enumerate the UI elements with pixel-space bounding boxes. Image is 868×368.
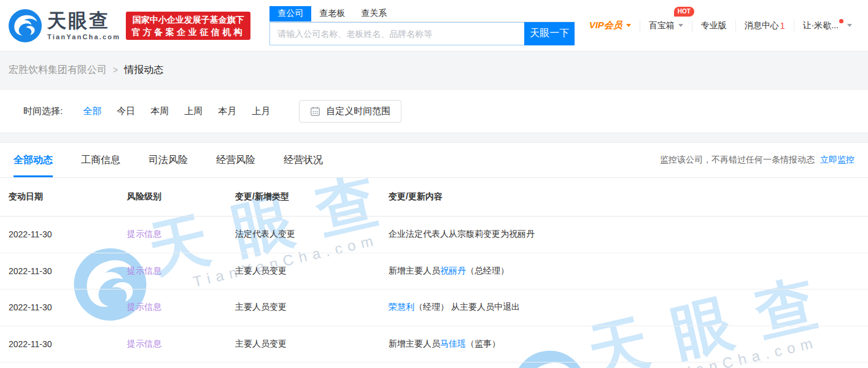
chevron-down-icon [678, 24, 683, 27]
breadcrumb-current: 情报动态 [124, 64, 163, 77]
time-option-all[interactable]: 全部 [83, 105, 101, 117]
search-row: 天眼一下 [269, 22, 575, 45]
monitor-now-link[interactable]: 立即监控 [820, 155, 854, 166]
header-risk-level: 风险级别 [127, 191, 235, 202]
message-center-label: 消息中心 [745, 20, 779, 31]
cell-change-content: 企业法定代表人从宗馥莉变更为祝丽丹 [389, 229, 868, 240]
header-change-content: 变更/更新内容 [389, 191, 868, 202]
monitor-text: 监控该公司，不再错过任何一条情报动态 [660, 155, 815, 166]
custom-time-range-button[interactable]: 自定义时间范围 [299, 100, 401, 123]
pro-version-label: 专业版 [701, 20, 727, 31]
content-text-pre: 企业法定代表人从宗馥莉变更为祝丽丹 [389, 229, 535, 239]
search-tabs: 查公司 查老板 查关系 [269, 6, 575, 22]
person-link[interactable]: 马佳瑶 [440, 339, 466, 348]
tab-operation-status[interactable]: 经营状况 [284, 143, 323, 177]
username: 让·米歇... [803, 20, 839, 31]
logo-domain: TianYanCha.com [47, 33, 120, 40]
search-button[interactable]: 天眼一下 [524, 22, 575, 45]
cell-change-type: 主要人员变更 [235, 339, 389, 350]
chevron-down-icon [847, 24, 852, 27]
table-row: 2022-11-30 提示信息 法定代表人变更 企业法定代表人从宗馥莉变更为祝丽… [0, 217, 868, 253]
notification-dot [839, 19, 843, 23]
section-tabs: 全部动态 工商信息 司法风险 经营风险 经营状况 监控该公司，不再错过任何一条情… [0, 143, 868, 178]
table-row: 2022-11-30 提示信息 主要人员变更 荣慧利（经理） 从主要人员中退出 [0, 289, 868, 326]
pro-version-link[interactable]: 专业版 [692, 20, 735, 32]
time-filter-label: 时间选择: [23, 105, 63, 117]
certification-badge-line1: 国家中小企业发展子基金旗下 [131, 13, 245, 26]
cell-risk-level: 提示信息 [127, 266, 235, 277]
cell-change-type: 法定代表人变更 [235, 229, 389, 240]
updates-table: 变动日期 风险级别 变更/新增类型 变更/更新内容 2022-11-30 提示信… [0, 178, 868, 362]
search-tab-company[interactable]: 查公司 [269, 6, 311, 21]
search-tab-relation[interactable]: 查关系 [353, 6, 395, 21]
message-center-link[interactable]: 消息中心 1 [735, 20, 794, 32]
time-option-today[interactable]: 今日 [117, 105, 135, 117]
person-link[interactable]: 荣慧利 [389, 302, 414, 312]
cell-risk-level: 提示信息 [127, 302, 235, 313]
table-row: 2022-11-30 提示信息 主要人员变更 新增主要人员祝丽丹（总经理） [0, 253, 868, 290]
tianyancha-logo-icon [9, 9, 42, 42]
cell-change-type: 主要人员变更 [235, 266, 389, 277]
breadcrumb-company-link[interactable]: 宏胜饮料集团有限公司 [9, 64, 107, 77]
tab-business-info[interactable]: 工商信息 [81, 143, 120, 177]
logo[interactable]: 天眼查 TianYanCha.com [9, 9, 120, 42]
hot-badge: HOT [674, 7, 694, 17]
content-text-post: （总经理） [466, 266, 509, 275]
custom-time-range-label: 自定义时间范围 [326, 105, 390, 117]
cell-risk-level: 提示信息 [127, 229, 235, 240]
cell-change-date: 2022-11-30 [9, 266, 127, 276]
cell-change-date: 2022-11-30 [9, 339, 127, 349]
table-row: 2022-11-30 提示信息 主要人员变更 新增主要人员马佳瑶（监事） [0, 326, 868, 363]
search-tab-boss[interactable]: 查老板 [311, 6, 353, 21]
certification-badge: 国家中小企业发展子基金旗下 官方备案企业征信机构 [126, 12, 250, 40]
user-menu[interactable]: 让·米歇... [794, 20, 861, 32]
cell-change-date: 2022-11-30 [9, 229, 127, 239]
tab-all-updates[interactable]: 全部动态 [14, 143, 53, 177]
vip-label: VIP会员 [589, 20, 622, 31]
treasure-box-label: 百宝箱 [649, 20, 675, 31]
cell-risk-level: 提示信息 [127, 339, 235, 350]
cell-change-type: 主要人员变更 [235, 302, 389, 313]
breadcrumb-separator: > [113, 65, 118, 75]
logo-text-block: 天眼查 TianYanCha.com [47, 11, 120, 40]
time-option-last-week[interactable]: 上周 [184, 105, 203, 117]
top-header: 天眼查 TianYanCha.com 国家中小企业发展子基金旗下 官方备案企业征… [0, 0, 868, 52]
person-link[interactable]: 祝丽丹 [440, 266, 466, 275]
tab-operation-risk[interactable]: 经营风险 [216, 143, 255, 177]
tab-judicial-risk[interactable]: 司法风险 [149, 143, 188, 177]
certification-badge-line2: 官方备案企业征信机构 [131, 26, 245, 38]
treasure-box-link[interactable]: HOT 百宝箱 [640, 20, 692, 32]
vip-link[interactable]: VIP会员 [581, 20, 640, 32]
main-card: 天眼查 TianYanCha.com 天眼查 TianYanCha.com 全部… [0, 142, 868, 368]
search-box: 查公司 查老板 查关系 天眼一下 [269, 6, 575, 45]
breadcrumb: 宏胜饮料集团有限公司 > 情报动态 [0, 52, 868, 88]
time-option-this-week[interactable]: 本周 [150, 105, 169, 117]
table-header-row: 变动日期 风险级别 变更/新增类型 变更/更新内容 [0, 178, 868, 217]
content-text-post: （经理） 从主要人员中退出 [414, 302, 520, 312]
content-text-pre: 新增主要人员 [389, 266, 440, 275]
time-option-last-month[interactable]: 上月 [252, 105, 270, 117]
top-nav: VIP会员 HOT 百宝箱 专业版 消息中心 1 让·米歇... [581, 20, 861, 32]
cell-change-content: 荣慧利（经理） 从主要人员中退出 [389, 302, 868, 313]
monitor-area: 监控该公司，不再错过任何一条情报动态 立即监控 [660, 155, 854, 166]
header-change-date: 变动日期 [9, 191, 127, 202]
cell-change-content: 新增主要人员马佳瑶（监事） [389, 339, 868, 350]
header-change-type: 变更/新增类型 [235, 191, 389, 202]
content-text-pre: 新增主要人员 [389, 339, 440, 348]
cell-change-date: 2022-11-30 [9, 302, 127, 312]
calendar-icon [310, 106, 320, 117]
logo-text: 天眼查 [47, 11, 120, 30]
message-count: 1 [780, 21, 785, 31]
content-text-post: （监事） [466, 339, 500, 348]
cell-change-content: 新增主要人员祝丽丹（总经理） [389, 266, 868, 277]
time-option-this-month[interactable]: 本月 [218, 105, 236, 117]
time-filter-card: 时间选择: 全部 今日 本周 上周 本月 上月 自定义时间范围 [0, 89, 868, 133]
chevron-down-icon [626, 24, 631, 27]
search-input[interactable] [269, 22, 524, 45]
